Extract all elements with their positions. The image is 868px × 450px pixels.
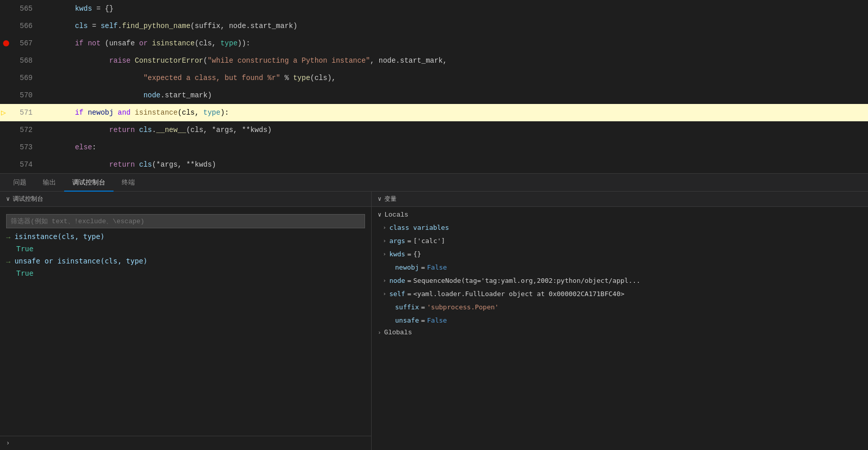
console-expression: unsafe or isinstance(cls, type) xyxy=(14,257,147,265)
token-op: ( xyxy=(203,57,207,65)
var-name-label: newobj xyxy=(395,263,419,271)
console-entry-arrow: → xyxy=(6,258,10,266)
console-entry: →unsafe or isinstance(cls, type) xyxy=(0,256,371,268)
token-cls-name: type xyxy=(220,39,238,47)
var-name-label: self xyxy=(389,290,405,298)
line-num-571: ▷571 xyxy=(0,109,41,117)
code-line-568: 568 raise ConstructorError("while constr… xyxy=(0,52,868,69)
console-expression: isinstance(cls, type) xyxy=(14,232,104,241)
console-result: True xyxy=(0,244,371,256)
code-line-570: 570 node.start_mark) xyxy=(0,87,868,104)
tab-输出[interactable]: 输出 xyxy=(35,174,64,192)
var-value: False xyxy=(427,263,447,271)
console-entry: →isinstance(cls, type) xyxy=(0,231,371,244)
code-content-574: return cls(*args, **kwds) xyxy=(41,156,868,173)
var-row-class-variables[interactable]: ›class variables xyxy=(372,221,868,234)
token-op: : xyxy=(92,143,96,151)
globals-section[interactable]: › Globals xyxy=(372,327,868,338)
code-line-565: 565 kwds = {} xyxy=(0,0,868,17)
code-content-567: if not (unsafe or isinstance(cls, type))… xyxy=(41,35,868,52)
code-content-572: return cls.__new__(cls, *args, **kwds) xyxy=(41,121,868,139)
token-kw-or: or xyxy=(139,39,152,47)
token-hl-cls: type xyxy=(203,109,220,117)
line-number: 572 xyxy=(20,126,33,134)
line-number: 569 xyxy=(20,74,33,82)
code-content-571: if newobj and isinstance(cls, type): xyxy=(41,104,868,121)
line-number: 568 xyxy=(20,57,33,65)
line-number: 570 xyxy=(20,91,33,99)
token-op: , node.start_mark, xyxy=(370,57,447,65)
token-var: cls xyxy=(139,161,152,169)
line-num-567: 567 xyxy=(0,39,41,47)
var-expand-arrow-icon: › xyxy=(383,277,386,284)
token-op: .start_mark) xyxy=(160,91,212,99)
var-equals-sign: = xyxy=(421,303,425,311)
var-equals-sign: = xyxy=(407,237,411,245)
line-num-568: 568 xyxy=(0,57,41,65)
token-fn: ConstructorError xyxy=(135,57,203,65)
globals-label: Globals xyxy=(384,329,412,336)
tab-终端[interactable]: 终端 xyxy=(114,174,143,192)
token-kw-if: if xyxy=(75,39,88,47)
debug-console-header: ∨ 调试控制台 xyxy=(0,192,371,207)
var-row-kwds[interactable]: ›kwds = {} xyxy=(372,247,868,260)
line-num-572: 572 xyxy=(0,126,41,134)
token-str: "expected a class, but found %r" xyxy=(144,74,281,82)
token-op: . xyxy=(152,126,156,134)
code-line-574: 574 return cls(*args, **kwds) xyxy=(0,156,868,173)
var-panel-content: ∨ Locals ›class variables›args = ['calc'… xyxy=(372,207,868,450)
code-content-566: cls = self.find_python_name(suffix, node… xyxy=(41,17,868,35)
console-result: True xyxy=(0,268,371,280)
code-content-570: node.start_mark) xyxy=(41,87,868,104)
code-line-566: 566 cls = self.find_python_name(suffix, … xyxy=(0,17,868,35)
token-hl-kw: and xyxy=(118,109,135,117)
code-line-572: 572 return cls.__new__(cls, *args, **kwd… xyxy=(0,121,868,139)
locals-arrow-icon: ∨ xyxy=(378,211,381,219)
code-content-565: kwds = {} xyxy=(41,0,868,17)
var-row-self[interactable]: ›self = <yaml.loader.FullLoader object a… xyxy=(372,287,868,300)
code-line-569: 569 "expected a class, but found %r" % t… xyxy=(0,69,868,87)
var-name-label: node xyxy=(389,277,405,284)
var-expand-arrow-icon: › xyxy=(383,237,386,244)
var-expand-arrow-icon: › xyxy=(383,251,386,257)
var-value: SequenceNode(tag='tag:yaml.org,2002:pyth… xyxy=(413,277,640,284)
var-name-label: args xyxy=(389,237,405,245)
var-row-args[interactable]: ›args = ['calc'] xyxy=(372,234,868,247)
var-row-node[interactable]: ›node = SequenceNode(tag='tag:yaml.org,2… xyxy=(372,274,868,287)
filter-input[interactable] xyxy=(6,214,365,228)
console-result-value: True xyxy=(6,269,34,277)
line-num-570: 570 xyxy=(0,91,41,99)
var-expand-arrow-icon: › xyxy=(383,224,386,231)
panels-container: ∨ 调试控制台 →isinstance(cls, type)True→unsaf… xyxy=(0,191,868,450)
var-equals-sign: = xyxy=(421,316,425,324)
var-row-unsafe: unsafe = False xyxy=(372,313,868,327)
code-line-573: 573 else: xyxy=(0,139,868,156)
debug-console-content: →isinstance(cls, type)True→unsafe or isi… xyxy=(0,207,371,436)
locals-section-header[interactable]: ∨ Locals xyxy=(372,209,868,221)
var-value: 'subprocess.Popen' xyxy=(427,303,499,311)
token-var: cls xyxy=(75,22,88,30)
line-number: 574 xyxy=(20,161,33,169)
debug-arrow-571: ▷ xyxy=(1,108,6,118)
token-hl-fn: isinstance xyxy=(135,109,178,117)
debug-console-panel: ∨ 调试控制台 →isinstance(cls, type)True→unsaf… xyxy=(0,192,372,450)
tab-问题[interactable]: 问题 xyxy=(5,174,35,192)
var-name-label: class variables xyxy=(389,224,449,231)
var-value: ['calc'] xyxy=(413,237,445,245)
var-name-label: unsafe xyxy=(395,316,419,324)
var-equals-sign: = xyxy=(407,290,411,298)
token-op: % xyxy=(280,74,293,82)
token-kw-not: not xyxy=(88,39,105,47)
token-op: = {} xyxy=(92,5,114,13)
tab-调试控制台[interactable]: 调试控制台 xyxy=(64,174,114,192)
var-name-label: kwds xyxy=(389,250,405,258)
variables-header: ∨ 变量 xyxy=(372,192,868,207)
var-equals-sign: = xyxy=(407,277,411,284)
line-number: 571 xyxy=(20,109,33,117)
var-name-label: suffix xyxy=(395,303,419,311)
console-prompt-chevron: › xyxy=(6,440,10,447)
console-result-value: True xyxy=(6,245,34,253)
var-value: <yaml.loader.FullLoader object at 0x0000… xyxy=(413,290,625,298)
debug-console-title: 调试控制台 xyxy=(13,195,43,203)
line-num-566: 566 xyxy=(0,22,41,30)
